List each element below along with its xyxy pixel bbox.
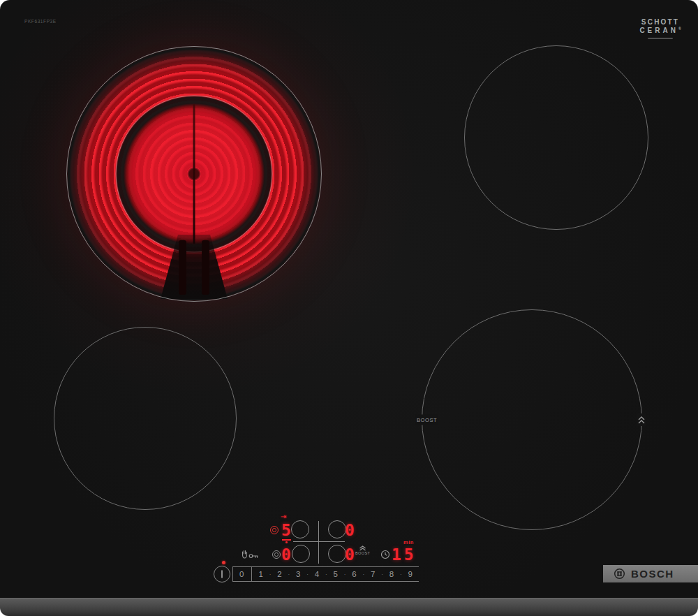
slider-dot: ·: [362, 571, 364, 578]
burner-front-right: BOOST: [422, 309, 642, 530]
slider-level-9[interactable]: 9: [408, 570, 413, 578]
zone-cross-horizontal: [293, 541, 345, 542]
power-button[interactable]: [214, 566, 230, 582]
burner-rear-right: [464, 45, 648, 230]
ceramic-glass-surface: PKF631FP3E SCHOTT CERAN® BOOST ⇥ 5: [0, 0, 698, 598]
slider-dot: ·: [306, 571, 309, 578]
slider-dot: ·: [269, 571, 272, 578]
display-timer-value: 15: [392, 547, 417, 563]
zone-select-front-left[interactable]: [292, 545, 310, 563]
registered-mark: ®: [678, 27, 681, 31]
hob-product-photo: PKF631FP3E SCHOTT CERAN® BOOST ⇥ 5: [0, 0, 698, 616]
ceran-text: CERAN®: [630, 27, 690, 34]
zone-select-rear-right[interactable]: [328, 520, 346, 538]
bosch-emblem-icon: [614, 568, 625, 580]
boost-button[interactable]: BOOST: [355, 545, 369, 556]
chevron-double-up-icon: [637, 413, 646, 426]
slider-dot: ·: [288, 571, 290, 578]
slider-dot: ·: [344, 571, 346, 578]
residual-heat-icon-active: [270, 526, 279, 534]
bosch-wordmark: BOSCH: [631, 568, 674, 580]
display-front-left-level: 0: [281, 547, 291, 563]
burner-rim-outline: [66, 46, 322, 302]
slider-dot: ·: [381, 571, 383, 578]
power-indicator-dot: [222, 561, 225, 564]
residual-heat-icon: [272, 550, 281, 559]
display-front-right-level: 0: [345, 547, 355, 563]
zone-cross-vertical: [318, 521, 319, 564]
bosch-logo-bar: BOSCH: [603, 565, 698, 582]
burner-rear-left-hot: [66, 46, 322, 302]
slider-level-7[interactable]: 7: [371, 570, 375, 578]
display-rear-right-level: 0: [345, 522, 355, 538]
power-icon: [221, 571, 223, 578]
schott-ceran-logo: SCHOTT CERAN®: [630, 18, 690, 39]
timer-clock-icon[interactable]: [380, 550, 390, 559]
transfer-arrow-icon: ⇥: [281, 513, 286, 520]
slider-level-0[interactable]: 0: [239, 570, 244, 578]
timer-unit-label: min: [403, 539, 414, 545]
boost-button-label: BOOST: [355, 552, 369, 556]
slider-level-6[interactable]: 6: [352, 570, 356, 578]
slider-level-8[interactable]: 8: [389, 570, 394, 578]
slider-dot: ·: [325, 571, 327, 578]
slider-range[interactable]: 1 · 2 · 3 · 4 · 5 · 6 · 7 · 8 · 9: [252, 570, 419, 578]
slider-level-5[interactable]: 5: [333, 570, 337, 578]
model-number: PKF631FP3E: [24, 19, 57, 24]
boost-zone-label: BOOST: [415, 415, 438, 425]
child-lock-key[interactable]: [241, 549, 259, 559]
zone-underline-mark-icon: [282, 539, 291, 541]
front-trim-strip: [0, 598, 698, 616]
display-rear-left-level: 5: [281, 522, 291, 538]
zone-select-front-right[interactable]: [328, 545, 346, 563]
slider-level-4[interactable]: 4: [315, 570, 319, 578]
slider-level-2[interactable]: 2: [277, 570, 281, 578]
slider-dot: ·: [400, 571, 402, 578]
slider-level-3[interactable]: 3: [296, 570, 300, 578]
zone-select-rear-left[interactable]: [291, 520, 309, 538]
schott-subtext-line: [648, 38, 673, 39]
burner-front-left: [54, 327, 237, 510]
level-slider[interactable]: 0 1 · 2 · 3 · 4 · 5 · 6 · 7 · 8 · 9: [232, 566, 419, 582]
slider-level-1[interactable]: 1: [258, 570, 262, 578]
boost-chevron-icon: [359, 545, 366, 551]
schott-text: SCHOTT: [630, 18, 690, 26]
